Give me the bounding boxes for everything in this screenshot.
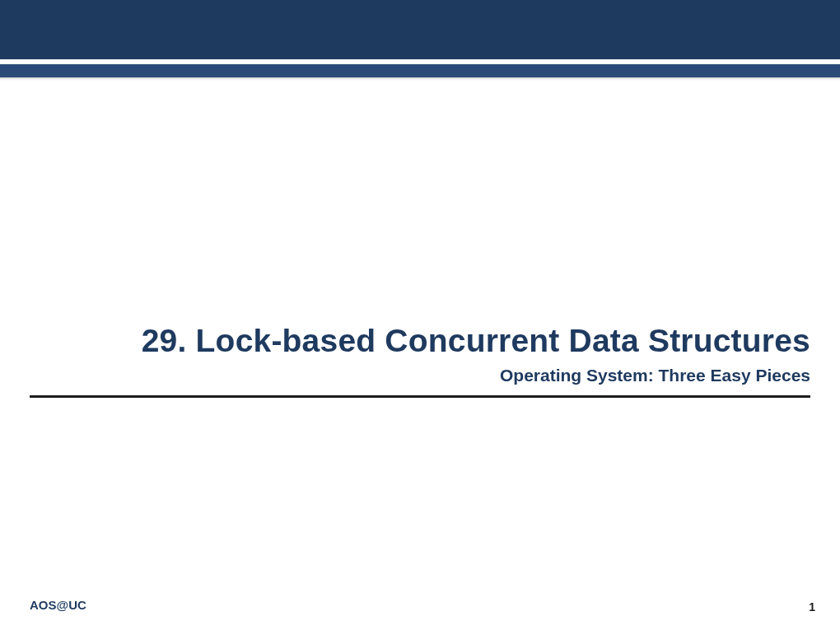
footer-left-label: AOS@UC xyxy=(30,598,86,612)
title-block: 29. Lock-based Concurrent Data Structure… xyxy=(30,323,810,398)
slide-subtitle: Operating System: Three Easy Pieces xyxy=(30,366,810,385)
header-band xyxy=(0,0,840,59)
title-divider xyxy=(30,395,810,398)
page-number: 1 xyxy=(809,600,815,614)
slide-title: 29. Lock-based Concurrent Data Structure… xyxy=(30,323,810,359)
header-accent-bar xyxy=(0,64,840,77)
